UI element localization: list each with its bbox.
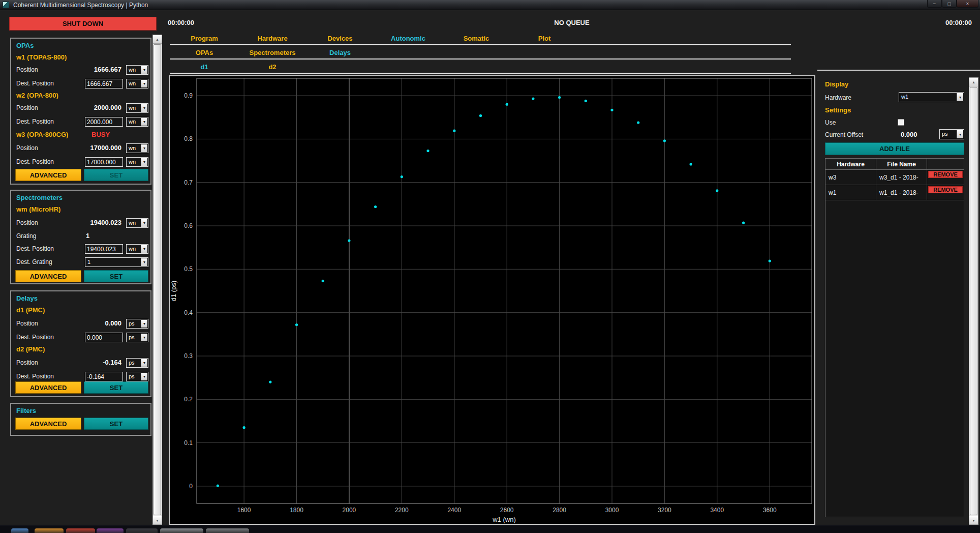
d2-dest-units-dropdown[interactable]: ps ▾ [126, 372, 148, 381]
scroll-up-icon[interactable]: ▲ [153, 35, 162, 44]
title-bar[interactable]: Coherent Multidimensional Spectroscopy |… [0, 0, 980, 10]
dest-position-label: Dest. Position [16, 334, 54, 341]
w2-dest-units-dropdown[interactable]: wn ▾ [126, 117, 148, 127]
scatter-plot[interactable]: 1600180020002200240026002800300032003400… [169, 75, 815, 525]
chevron-down-icon: ▾ [141, 334, 147, 341]
blue-app-icon[interactable] [11, 528, 28, 533]
d1-dest-units-dropdown[interactable]: ps ▾ [126, 333, 148, 342]
plot-canvas[interactable]: 1600180020002200240026002800300032003400… [170, 76, 814, 524]
tab-hardware[interactable]: Hardware [237, 35, 308, 43]
data-point [716, 189, 718, 192]
hardware-label: Hardware [825, 94, 851, 101]
svg-text:1600: 1600 [237, 507, 251, 514]
data-point [558, 96, 561, 99]
dest-position-label: Dest. Position [16, 158, 54, 165]
minimize-button[interactable]: − [927, 0, 942, 8]
current-offset-label: Current Offset [825, 131, 863, 138]
dark-app-icon[interactable] [126, 528, 158, 533]
scroll-up-icon[interactable]: ▲ [969, 78, 978, 86]
delays-advanced-button[interactable]: ADVANCED [15, 381, 81, 394]
w3-position-value: 17000.000 [70, 144, 121, 152]
filters-group: Filters ADVANCED SET [10, 403, 151, 436]
chevron-down-icon: ▾ [141, 118, 147, 126]
delays-set-button[interactable]: SET [84, 381, 148, 394]
w1-position-units-dropdown[interactable]: wn ▾ [126, 65, 148, 75]
data-point [479, 114, 482, 117]
app-icon [3, 2, 9, 8]
scrollbar-thumb[interactable] [154, 44, 161, 515]
scroll-down-icon[interactable]: ▼ [969, 516, 978, 524]
red-app-icon[interactable] [66, 528, 95, 533]
close-button[interactable]: × [957, 0, 978, 8]
tab-d1[interactable]: d1 [169, 63, 240, 72]
data-point [506, 103, 508, 106]
svg-text:0.5: 0.5 [184, 265, 193, 273]
d2-dest-position-input[interactable] [85, 372, 123, 381]
w1-dest-units-dropdown[interactable]: wn ▾ [126, 79, 148, 88]
w2-position-value: 2000.000 [70, 104, 121, 111]
dest-position-label: Dest. Position [16, 118, 54, 125]
purple-app-icon[interactable] [97, 528, 124, 533]
gray-app-icon-2[interactable] [206, 528, 249, 533]
remove-file-button[interactable]: REMOVE [928, 186, 963, 193]
w3-position-units-dropdown[interactable]: wn ▾ [126, 143, 148, 153]
data-point [637, 121, 639, 124]
spectrometers-set-button[interactable]: SET [84, 270, 148, 282]
remove-file-button[interactable]: REMOVE [928, 171, 963, 178]
filters-set-button[interactable]: SET [84, 418, 148, 430]
scrollbar-thumb[interactable] [970, 87, 977, 515]
tab-somatic[interactable]: Somatic [441, 35, 512, 43]
svg-text:3000: 3000 [605, 507, 619, 514]
elapsed-time: 00:00:00 [168, 19, 194, 26]
data-point [348, 239, 350, 242]
tab-plot[interactable]: Plot [509, 35, 580, 43]
hardware-dropdown[interactable]: w1 ▾ [899, 92, 964, 102]
use-checkbox[interactable] [898, 119, 904, 126]
svg-text:2800: 2800 [553, 507, 566, 514]
tab-opas[interactable]: OPAs [169, 49, 240, 57]
orange-app-icon[interactable] [35, 528, 64, 533]
svg-text:3400: 3400 [710, 507, 724, 514]
spectrometers-advanced-button[interactable]: ADVANCED [15, 270, 81, 282]
d2-position-units-dropdown[interactable]: ps ▾ [126, 358, 148, 368]
tab-divider [170, 44, 791, 45]
wm-dest-position-input[interactable] [85, 244, 123, 254]
tab-autonomic[interactable]: Autonomic [373, 35, 444, 43]
svg-text:0.1: 0.1 [184, 439, 193, 447]
sidebar-scrollbar[interactable]: ▲ ▼ [152, 35, 162, 525]
w3-dest-position-input[interactable] [85, 157, 123, 167]
gray-app-icon[interactable] [160, 528, 203, 533]
taskbar[interactable] [0, 525, 980, 533]
filters-advanced-button[interactable]: ADVANCED [15, 418, 81, 430]
current-offset-value: 0.000 [901, 131, 917, 138]
wm-position-units-dropdown[interactable]: wn ▾ [126, 218, 148, 228]
opas-set-button[interactable]: SET [84, 169, 148, 181]
opas-advanced-button[interactable]: ADVANCED [15, 169, 81, 181]
d1-dest-position-input[interactable] [85, 333, 123, 342]
data-point [243, 426, 246, 429]
wm-dest-grating-dropdown[interactable]: 1 ▾ [85, 257, 148, 267]
queue-status: NO QUEUE [521, 19, 623, 26]
wm-dest-units-dropdown[interactable]: wn ▾ [126, 244, 148, 254]
offset-units-dropdown[interactable]: ps ▾ [939, 129, 964, 139]
tab-devices[interactable]: Devices [304, 35, 376, 43]
panel-scrollbar[interactable]: ▲ ▼ [969, 77, 978, 525]
remaining-time: 00:00:00 [910, 19, 972, 26]
d1-position-units-dropdown[interactable]: ps ▾ [126, 319, 148, 329]
maximize-button[interactable]: □ [942, 0, 957, 8]
tab-delays[interactable]: Delays [304, 49, 376, 57]
data-point [610, 109, 613, 111]
tab-program[interactable]: Program [169, 35, 240, 43]
shutdown-button[interactable]: SHUT DOWN [9, 17, 157, 31]
tab-spectrometers[interactable]: Spectrometers [237, 49, 308, 57]
w3-dest-units-dropdown[interactable]: wn ▾ [126, 157, 148, 167]
d2-device-name: d2 (PMC) [16, 345, 45, 353]
scroll-down-icon[interactable]: ▼ [153, 516, 162, 524]
w1-dest-position-input[interactable] [85, 79, 123, 88]
w2-dest-position-input[interactable] [85, 117, 123, 127]
w2-position-units-dropdown[interactable]: wn ▾ [126, 103, 148, 113]
chevron-down-icon: ▾ [141, 158, 147, 166]
tab-d2[interactable]: d2 [237, 63, 308, 72]
add-file-button[interactable]: ADD FILE [825, 142, 964, 155]
chevron-down-icon: ▾ [141, 219, 147, 227]
